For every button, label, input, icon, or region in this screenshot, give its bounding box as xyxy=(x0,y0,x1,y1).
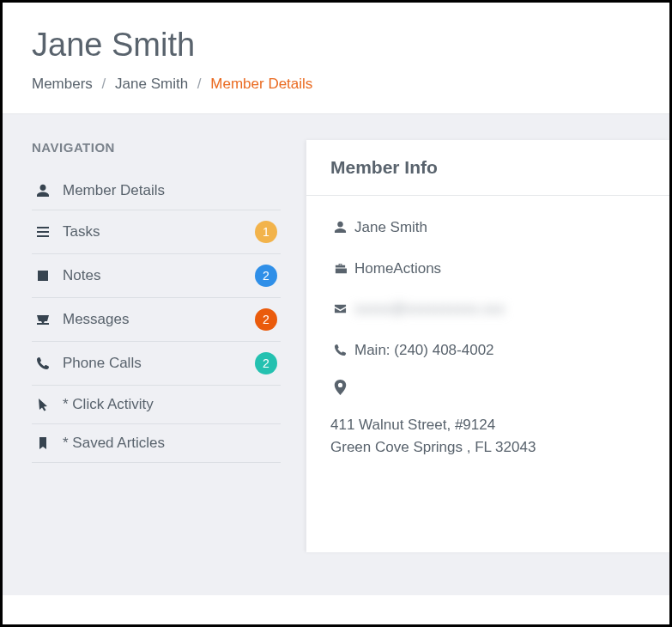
nav-item-saved-articles[interactable]: * Saved Articles xyxy=(32,423,281,463)
note-icon xyxy=(32,269,54,283)
member-phone: Main: (240) 408-4002 xyxy=(354,339,494,362)
member-info-panel: Member Info Jane Smith HomeActions xxxxx… xyxy=(306,140,669,552)
badge-notes: 2 xyxy=(255,265,277,287)
breadcrumb: Members / Jane Smith / Member Details xyxy=(32,76,640,93)
nav-item-member-details[interactable]: Member Details xyxy=(32,172,281,210)
nav-item-click-activity[interactable]: * Click Activity xyxy=(32,385,281,423)
map-marker-icon xyxy=(330,380,349,395)
nav-list: Member Details Tasks 1 Notes 2 xyxy=(32,172,281,463)
member-name: Jane Smith xyxy=(354,216,427,239)
badge-phone-calls: 2 xyxy=(255,352,277,374)
nav-item-tasks[interactable]: Tasks 1 xyxy=(32,210,281,253)
address-block: 411 Walnut Street, #9124 Green Cove Spri… xyxy=(330,414,645,458)
info-row-phone: Main: (240) 408-4002 xyxy=(330,339,645,362)
tasks-icon xyxy=(32,225,54,239)
nav-label: Tasks xyxy=(63,223,255,240)
cursor-icon xyxy=(32,398,54,411)
content-area: NAVIGATION Member Details Tasks 1 Note xyxy=(3,114,669,595)
nav-item-messages[interactable]: Messages 2 xyxy=(32,297,281,341)
user-icon xyxy=(330,221,349,234)
nav-item-notes[interactable]: Notes 2 xyxy=(32,253,281,297)
nav-item-phone-calls[interactable]: Phone Calls 2 xyxy=(32,341,281,385)
nav-label: * Saved Articles xyxy=(63,435,277,452)
nav-label: Phone Calls xyxy=(63,355,255,372)
nav-label: Notes xyxy=(63,267,255,284)
page-title: Jane Smith xyxy=(32,27,640,64)
nav-label: Member Details xyxy=(63,182,277,199)
info-row-email: xxxxx@xxxxxxxxxx.xxx xyxy=(330,298,645,320)
panel-title: Member Info xyxy=(306,140,669,196)
inbox-icon xyxy=(32,313,54,326)
briefcase-icon xyxy=(330,262,349,275)
phone-icon xyxy=(32,356,54,370)
breadcrumb-sep: / xyxy=(197,76,202,92)
info-row-name: Jane Smith xyxy=(330,216,645,239)
info-row-address xyxy=(330,380,645,395)
breadcrumb-members[interactable]: Members xyxy=(32,76,93,92)
sidebar: NAVIGATION Member Details Tasks 1 Note xyxy=(32,140,306,552)
nav-label: Messages xyxy=(63,311,255,328)
bookmark-icon xyxy=(32,436,54,450)
page-header: Jane Smith Members / Jane Smith / Member… xyxy=(3,3,669,114)
breadcrumb-current: Member Details xyxy=(210,76,312,92)
phone-icon xyxy=(330,344,349,356)
badge-tasks: 1 xyxy=(255,221,277,243)
sidebar-title: NAVIGATION xyxy=(32,140,281,155)
member-company: HomeActions xyxy=(354,258,441,280)
user-icon xyxy=(32,184,54,198)
breadcrumb-member-name[interactable]: Jane Smith xyxy=(115,76,188,92)
breadcrumb-sep: / xyxy=(102,76,106,92)
badge-messages: 2 xyxy=(255,308,277,331)
address-line2: Green Cove Springs , FL 32043 xyxy=(330,436,645,459)
member-email: xxxxx@xxxxxxxxxx.xxx xyxy=(354,298,505,320)
nav-label: * Click Activity xyxy=(63,396,277,413)
panel-body: Jane Smith HomeActions xxxxx@xxxxxxxxxx.… xyxy=(306,196,669,478)
address-line1: 411 Walnut Street, #9124 xyxy=(330,414,645,436)
info-row-company: HomeActions xyxy=(330,258,645,280)
envelope-icon xyxy=(330,302,349,315)
